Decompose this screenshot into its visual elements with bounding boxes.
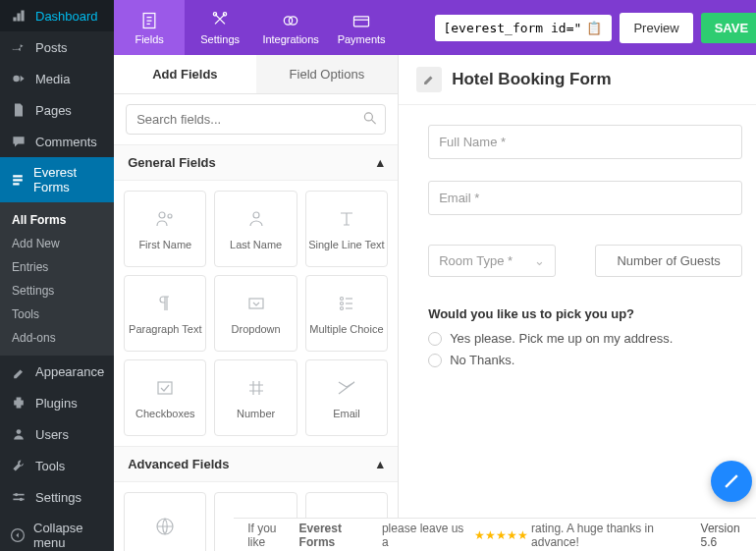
submenu-entries[interactable]: Entries xyxy=(0,255,114,279)
svg-point-11 xyxy=(289,16,297,24)
pin-icon xyxy=(10,39,27,55)
topbar-tab-integrations[interactable]: Integrations xyxy=(255,0,326,55)
radio-question-label: Would you like us to pick you up? xyxy=(428,306,742,321)
svg-point-1 xyxy=(17,429,22,434)
footer-version: Version 5.6 xyxy=(701,522,756,549)
field-single-line-text[interactable]: Single Line Text xyxy=(305,191,388,267)
topbar-tab-settings[interactable]: Settings xyxy=(185,0,255,55)
submenu-tools[interactable]: Tools xyxy=(0,303,114,326)
settings-icon xyxy=(10,489,27,505)
svg-rect-17 xyxy=(249,299,263,308)
sidebar-submenu: All Forms Add New Entries Settings Tools… xyxy=(0,202,114,356)
search-fields-input[interactable] xyxy=(126,104,386,135)
chevron-up-icon: ▴ xyxy=(377,155,384,170)
sidebar-item-media[interactable]: Media xyxy=(0,63,114,94)
field-multiple-choice[interactable]: Multiple Choice xyxy=(305,275,388,352)
section-advanced-fields[interactable]: Advanced Fields▴ xyxy=(114,446,398,482)
sidebar-item-pages[interactable]: Pages xyxy=(0,94,114,126)
topbar-tab-payments[interactable]: Payments xyxy=(326,0,397,55)
footer-rating-link[interactable]: ★★★★★ xyxy=(474,528,528,542)
field-email[interactable]: Email xyxy=(305,359,388,436)
form-field-email[interactable]: Email * xyxy=(428,181,742,215)
preview-button[interactable]: Preview xyxy=(620,13,692,43)
collapse-icon xyxy=(10,527,26,543)
dashboard-icon xyxy=(10,8,27,24)
svg-point-19 xyxy=(340,303,343,305)
sidebar-item-users[interactable]: Users xyxy=(0,418,114,450)
sidebar-item-comments[interactable]: Comments xyxy=(0,126,114,157)
sidebar-item-settings[interactable]: Settings xyxy=(0,481,114,513)
footer-product-name: Everest Forms xyxy=(299,522,379,549)
wp-admin-sidebar: Dashboard Posts Media Pages Comments Eve… xyxy=(0,0,114,551)
field-number[interactable]: Number xyxy=(214,359,297,436)
edit-title-icon[interactable] xyxy=(416,67,442,92)
field-website-url[interactable] xyxy=(124,492,206,551)
form-preview: Hotel Booking Form Full Name * Email * R… xyxy=(399,55,756,551)
field-last-name[interactable]: Last Name xyxy=(214,191,297,267)
sidebar-collapse[interactable]: Collapse menu xyxy=(0,513,114,551)
svg-point-14 xyxy=(159,212,165,218)
submenu-settings[interactable]: Settings xyxy=(0,279,114,303)
appearance-icon xyxy=(10,363,27,379)
field-first-name[interactable]: First Name xyxy=(124,191,206,267)
svg-point-13 xyxy=(365,112,373,120)
submenu-add-new[interactable]: Add New xyxy=(0,232,114,255)
plugins-icon xyxy=(10,395,27,411)
submenu-all-forms[interactable]: All Forms xyxy=(0,208,114,232)
sidebar-item-posts[interactable]: Posts xyxy=(0,31,114,63)
sidebar-item-tools[interactable]: Tools xyxy=(0,450,114,481)
svg-point-0 xyxy=(13,76,19,82)
tab-add-fields[interactable]: Add Fields xyxy=(114,55,256,93)
section-general-fields[interactable]: General Fields▴ xyxy=(114,144,398,181)
builder-topbar: Fields Settings Integrations Payments 📋 … xyxy=(114,0,756,55)
field-paragraph-text[interactable]: Paragraph Text xyxy=(124,275,206,352)
radio-option-no[interactable]: No Thanks. xyxy=(428,353,742,367)
svg-point-18 xyxy=(340,298,343,301)
field-dropdown[interactable]: Dropdown xyxy=(214,275,297,352)
clipboard-icon[interactable]: 📋 xyxy=(586,21,602,35)
radio-icon xyxy=(428,332,442,346)
search-icon xyxy=(362,110,378,129)
sidebar-item-everest-forms[interactable]: Everest Forms xyxy=(0,157,114,202)
form-field-room-type[interactable]: Room Type *⌄ xyxy=(428,245,556,277)
submenu-addons[interactable]: Add-ons xyxy=(0,326,114,350)
svg-point-5 xyxy=(20,498,23,501)
sidebar-item-plugins[interactable]: Plugins xyxy=(0,387,114,418)
svg-rect-21 xyxy=(158,382,172,394)
svg-point-4 xyxy=(15,493,18,496)
form-title: Hotel Booking Form xyxy=(452,70,611,89)
save-button[interactable]: SAVE xyxy=(701,13,756,43)
svg-point-20 xyxy=(340,307,343,310)
chevron-down-icon: ⌄ xyxy=(534,253,545,268)
form-field-full-name[interactable]: Full Name * xyxy=(428,125,742,159)
help-fab-button[interactable] xyxy=(711,461,752,502)
page-icon xyxy=(10,102,27,118)
sidebar-item-appearance[interactable]: Appearance xyxy=(0,356,114,387)
users-icon xyxy=(10,426,27,442)
sidebar-item-dashboard[interactable]: Dashboard xyxy=(0,0,114,31)
shortcode-box: 📋 xyxy=(435,15,612,41)
tab-field-options[interactable]: Field Options xyxy=(256,55,399,93)
fields-panel: Add Fields Field Options General Fields▴… xyxy=(114,55,399,551)
topbar-tab-fields[interactable]: Fields xyxy=(114,0,185,55)
media-icon xyxy=(10,71,27,86)
everest-icon xyxy=(10,172,26,188)
chevron-up-icon: ▴ xyxy=(377,457,384,471)
svg-point-15 xyxy=(168,214,172,218)
form-field-guests[interactable]: Number of Guests xyxy=(595,245,742,277)
radio-icon xyxy=(428,354,442,367)
svg-rect-12 xyxy=(354,16,369,26)
svg-point-16 xyxy=(253,212,259,218)
tools-icon xyxy=(10,458,27,473)
field-checkboxes[interactable]: Checkboxes xyxy=(124,359,206,436)
radio-option-yes[interactable]: Yes please. Pick me up on my address. xyxy=(428,331,742,346)
footer-bar: If you like Everest Forms please leave u… xyxy=(234,518,756,551)
comment-icon xyxy=(10,134,27,149)
shortcode-input[interactable] xyxy=(443,21,580,35)
